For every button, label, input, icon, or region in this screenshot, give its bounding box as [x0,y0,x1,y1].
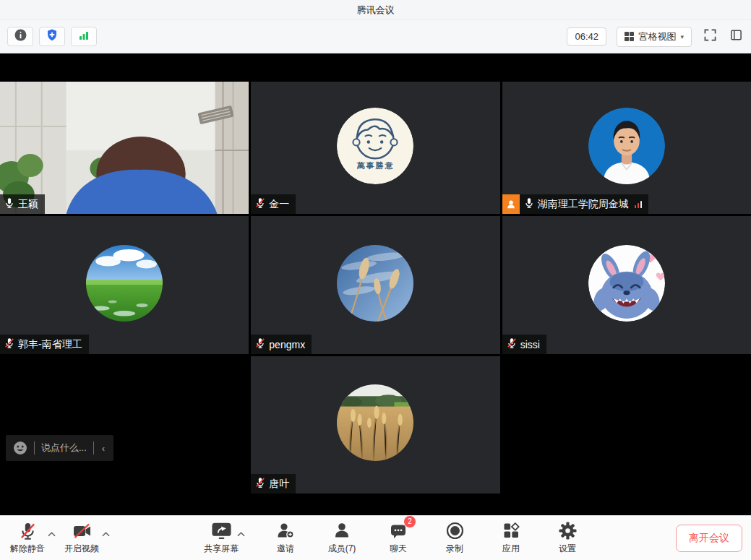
record-button[interactable]: 录制 [436,521,473,555]
chat-label: 聊天 [390,543,407,555]
mic-on-icon [524,197,534,211]
chevron-left-icon[interactable]: ‹ [100,443,106,454]
participant-tile-tangye[interactable]: 唐叶 [251,356,499,494]
mic-muted-icon [255,337,265,351]
participant-tile-jinyi[interactable]: 萬事勝意 金一 [251,82,499,214]
side-panel-toggle-button[interactable] [728,29,744,45]
gear-icon [559,521,577,540]
tencent-meeting-window: 腾讯会议 06:42 宫格视图 [0,0,751,560]
invite-button[interactable]: 邀请 [267,521,304,555]
participant-grid: 王颖 [0,82,751,494]
meeting-timer: 06:42 [567,27,606,46]
side-panel-icon [730,29,742,44]
participant-name: pengmx [269,339,305,350]
participant-tile-sissi[interactable]: sissi [502,216,751,354]
avatar [337,245,413,322]
avatar: 萬事勝意 [337,108,413,184]
participant-name: sissi [520,339,540,350]
share-screen-button[interactable]: 共享屏幕 [202,521,240,555]
name-row: 湖南理工学院周金城 [502,194,649,214]
info-icon [14,29,27,44]
apps-grid-icon [503,521,520,540]
shield-icon [46,29,58,44]
name-row: sissi [502,335,546,354]
avatar [588,245,665,322]
mic-muted-icon [255,477,265,491]
view-mode-label: 宫格视图 [638,30,676,43]
participant-name: 金一 [269,198,289,211]
device-controls: 解除静音 开启视频 [9,521,113,555]
top-toolbar: 06:42 宫格视图 ▾ [0,20,751,53]
window-title: 腾讯会议 [357,4,395,17]
participant-name: 郭丰-南省理工 [18,338,82,351]
mic-on-icon [4,197,14,211]
camera-off-icon [72,521,92,540]
network-signal-icon [78,30,90,43]
name-row: pengmx [251,335,312,354]
top-right-controls: 06:42 宫格视图 ▾ [567,27,744,47]
mic-muted-icon [19,521,37,540]
mic-options-chevron[interactable] [46,525,57,541]
chevron-down-icon: ▾ [680,33,684,40]
video-stage: 王颖 [0,53,751,515]
window-titlebar: 腾讯会议 [0,0,751,20]
participant-tile-wangying[interactable]: 王颖 [0,82,249,214]
record-label: 录制 [446,543,463,555]
invite-person-icon [276,521,295,540]
members-icon [333,521,351,540]
share-screen-label: 共享屏幕 [204,543,239,555]
video-options-chevron[interactable] [100,525,111,541]
participant-tile-zhoujincheng[interactable]: 湖南理工学院周金城 [502,82,751,214]
bottom-toolbar: 解除静音 开启视频 共享屏幕 [0,515,751,560]
participant-name: 王颖 [18,198,38,211]
leave-meeting-button[interactable]: 离开会议 [676,525,742,552]
empty-cell [502,356,751,494]
quick-chat-bar: 说点什么... ‹ [6,435,113,461]
unmute-label: 解除静音 [10,543,45,555]
mic-muted-icon [507,337,517,351]
unmute-button[interactable]: 解除静音 [9,521,46,555]
apps-button[interactable]: 应用 [492,521,530,555]
chat-button[interactable]: 2 聊天 [379,521,417,555]
network-status-button[interactable] [71,27,97,46]
weak-signal-icon [635,201,643,208]
mic-muted-icon [4,337,14,351]
view-mode-button[interactable]: 宫格视图 ▾ [617,27,692,47]
chat-unread-badge: 2 [404,516,416,527]
presenter-badge-icon [502,194,520,214]
meeting-info-button[interactable] [7,27,33,46]
fullscreen-button[interactable] [702,29,718,45]
participant-tile-pengmx[interactable]: pengmx [251,216,499,354]
participant-name: 唐叶 [269,478,289,491]
record-icon [446,521,464,540]
members-button[interactable]: 成员(7) [323,521,361,555]
avatar [86,245,163,322]
name-row: 郭丰-南省理工 [0,335,89,354]
apps-label: 应用 [502,543,520,555]
avatar [337,384,413,461]
avatar-caption: 萬事勝意 [337,160,413,171]
emoji-smiley-icon[interactable] [13,441,27,455]
fullscreen-icon [704,29,716,44]
start-video-button[interactable]: 开启视频 [63,521,100,555]
name-row: 唐叶 [251,474,296,494]
start-video-label: 开启视频 [64,543,99,555]
divider [34,441,35,455]
name-row: 金一 [251,194,296,214]
name-row: 王颖 [0,194,45,214]
security-button[interactable] [39,27,65,46]
participant-tile-guofeng[interactable]: 郭丰-南省理工 [0,216,249,354]
mic-muted-icon [255,197,265,211]
members-label: 成员(7) [328,543,356,555]
quick-chat-input[interactable]: 说点什么... [41,441,87,455]
top-left-buttons [7,27,97,46]
divider [93,441,94,455]
empty-cell [0,356,249,494]
meeting-controls: 共享屏幕 邀请 成员(7) 2 [113,521,676,555]
invite-label: 邀请 [277,543,294,555]
share-screen-icon [211,521,232,540]
grid-view-icon [625,32,635,42]
avatar [588,108,665,184]
settings-button[interactable]: 设置 [549,521,586,555]
participant-name: 湖南理工学院周金城 [538,198,629,211]
